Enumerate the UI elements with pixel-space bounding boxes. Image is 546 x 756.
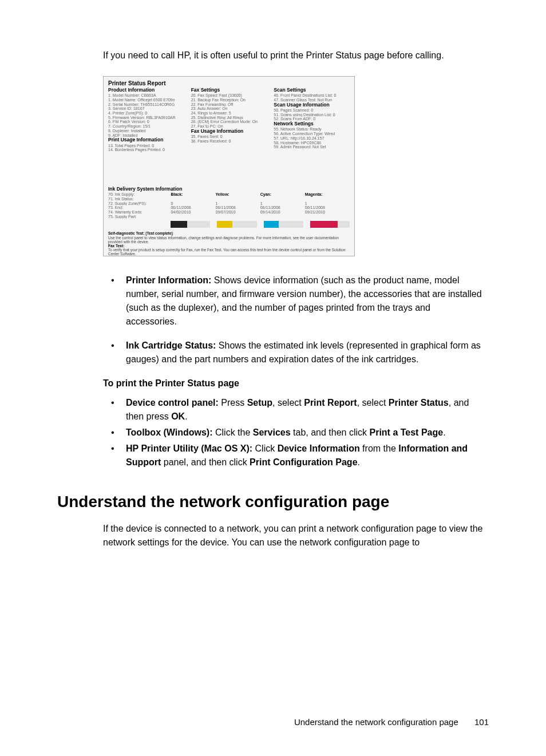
print-method-bullet: Device control panel: Press Setup, selec… [103,396,483,423]
section-heading-network-config: Understand the network configuration pag… [57,490,489,514]
print-methods-bullet-list: Device control panel: Press Setup, selec… [103,396,483,469]
page-footer: Understand the network configuration pag… [294,716,489,729]
info-bullet-list: Printer Information: Shows device inform… [103,274,483,366]
page-number: 101 [474,717,489,727]
footer-title: Understand the network configuration pag… [294,717,458,727]
ink-gauge [217,221,256,228]
section-text-network-config: If the device is connected to a network,… [103,522,483,549]
report-notes: Self-diagnostic Test: (Test complete)Use… [108,231,350,256]
print-status-subheading: To print the Printer Status page [103,377,489,390]
report-col-scan: Scan Settings 46. Front Panel Destinatio… [274,88,350,152]
ink-gauge [171,221,210,228]
print-method-bullet: HP Printer Utility (Mac OS X): Click Dev… [103,442,483,469]
intro-text: If you need to call HP, it is often usef… [103,49,483,62]
report-title: Printer Status Report [108,80,350,86]
report-col-product: Product Information 1. Model Number: CB8… [108,88,184,152]
report-col-fax: Fax Settings 20. Fax Speed: Fast (33600)… [191,88,267,152]
ink-gauge [264,221,303,228]
print-method-bullet: Toolbox (Windows): Click the Services ta… [103,426,483,440]
info-bullet: Ink Cartridge Status: Shows the estimate… [103,339,483,366]
printer-status-report-figure: Printer Status Report Product Informatio… [103,76,355,256]
report-ink-section: Ink Delivery System Information 70. Ink … [108,187,350,228]
ink-gauge [310,221,350,228]
info-bullet: Printer Information: Shows device inform… [103,274,483,328]
